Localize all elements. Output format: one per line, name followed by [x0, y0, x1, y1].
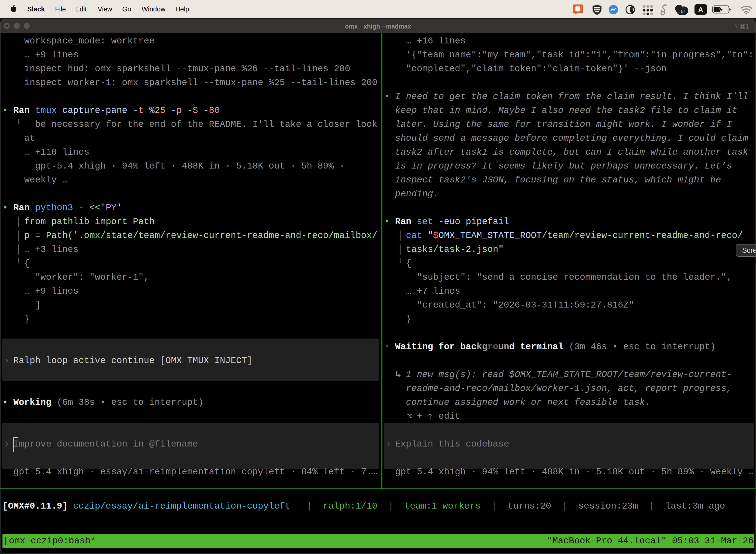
svg-text:A: A: [698, 6, 703, 13]
svg-text:..61: ..61: [678, 8, 686, 14]
